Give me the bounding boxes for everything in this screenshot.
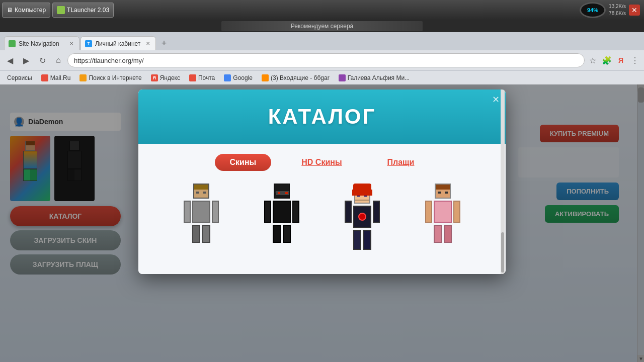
skin-figure-gray [179,184,224,264]
tab-bar: Site Navigation ✕ T Личный кабинет ✕ + [0,32,644,50]
net-down: 13,2K/s [609,3,626,10]
bookmark-services-label: Сервисы [7,74,32,81]
skin-item-pink[interactable] [408,184,478,264]
black-head [274,184,290,199]
naruto-leg-left [353,230,361,250]
main-content: Личный кабинет 👤 DiaDemon [0,84,644,362]
yandex-bookmark-icon: Я [151,74,158,81]
pink-arm-left [425,201,432,223]
gray-leg-right [202,225,210,243]
bookmark-galieva[interactable]: Галиева Альфия Ми... [336,73,413,82]
taskbar-computer-label: Компьютер [15,7,46,14]
tab2-close[interactable]: ✕ [144,40,151,47]
skin-black-art [259,184,304,264]
tab1-close[interactable]: ✕ [68,40,75,47]
yandex-icon[interactable]: Я [615,54,627,66]
extensions-icon[interactable]: 🧩 [601,54,613,66]
skin-item-black[interactable] [247,184,317,264]
skin-grid [148,184,496,264]
naruto-arm-left [345,201,352,223]
tab2-label: Личный кабинет [95,40,140,47]
skin-figure-pink [420,184,465,264]
pink-hair [436,185,450,190]
tab-site-navigation[interactable]: Site Navigation ✕ [4,36,79,50]
naruto-seal [358,213,366,221]
menu-icon[interactable]: ⋮ [629,54,641,66]
naruto-body [353,206,371,228]
modal-header: КАТАЛОГ ✕ [138,89,506,144]
skin-figure-black [259,184,304,264]
computer-icon: 🖥 [7,7,13,14]
rec-bar: Рекомендуем серверá [0,20,644,32]
black-leg-right [283,225,291,243]
tab-hd-skins[interactable]: HD Скины [286,154,357,171]
pink-eye-right [445,192,448,194]
black-eyes-area [276,191,289,195]
tab2-favicon: T [85,40,92,47]
gray-arm-left [184,201,191,223]
gray-eye-right [203,192,206,194]
gray-arm-right [212,201,219,223]
home-button[interactable]: ⌂ [51,53,65,67]
mail-icon [189,74,196,81]
forward-button[interactable]: ▶ [19,53,33,67]
naruto-leg-right [363,230,371,250]
bookmark-inbox[interactable]: (3) Входящие - ббgar [259,73,333,82]
bookmark-galieva-label: Галиева Альфия Ми... [348,74,410,81]
black-arm-left [264,201,271,223]
modal-scrollbar-thumb[interactable] [501,232,504,273]
cpu-indicator: 94% [580,2,606,18]
taskbar-computer[interactable]: 🖥 Компьютер [2,3,50,18]
tab1-label: Site Navigation [19,40,59,47]
tab-skins[interactable]: Скины [215,154,272,171]
bookmark-yandex[interactable]: Я Яндекс [148,73,183,82]
pink-leg-left [434,225,442,243]
search-bookmark-icon [79,74,87,81]
black-leg-left [273,225,281,243]
gray-hair [194,185,208,190]
pink-body [434,201,452,223]
skin-item-naruto[interactable] [327,184,397,264]
new-tab-button[interactable]: + [157,36,171,50]
reload-button[interactable]: ↻ [35,53,49,67]
network-stats: 13,2K/s 78,6K/s [609,3,626,17]
taskbar-close-button[interactable]: ✕ [629,5,640,16]
mailru-icon [41,74,48,81]
inbox-icon [262,74,269,81]
back-button[interactable]: ◀ [3,53,17,67]
black-eye-right [285,192,288,194]
bookmark-mail-label: Почта [198,74,215,81]
gray-body [192,201,210,223]
address-input[interactable] [67,53,585,67]
skin-gray-art [179,184,224,264]
modal-scrollbar[interactable] [501,89,505,274]
bookmark-search[interactable]: Поиск в Интернете [76,73,144,82]
taskbar: 🖥 Компьютер TLauncher 2.03 94% 13,2K/s 7… [0,0,644,20]
address-icons: ☆ 🧩 Я ⋮ [587,54,641,66]
naruto-hair-sides [352,190,372,196]
bookmark-search-label: Поиск в Интернете [89,74,141,81]
bookmark-mail[interactable]: Почта [186,73,218,82]
bookmark-services[interactable]: Сервисы [4,73,35,82]
gray-eye-left [196,192,199,194]
naruto-whisker1 [355,200,369,201]
bookmark-mailru-label: Mail.Ru [50,74,71,81]
skin-item-gray[interactable] [166,184,236,264]
modal-close-button[interactable]: ✕ [490,94,502,106]
bookmark-star-icon[interactable]: ☆ [587,54,599,66]
cpu-percent: 94% [587,7,598,13]
bookmarks-bar: Сервисы Mail.Ru Поиск в Интернете Я Янде… [0,70,644,84]
galieva-icon [339,74,346,81]
black-arm-right [292,201,299,223]
tab-capes[interactable]: Плащи [372,154,430,171]
skin-figure-naruto [340,184,385,264]
tab-personal-cabinet[interactable]: T Личный кабинет ✕ [80,36,156,50]
bookmark-mailru[interactable]: Mail.Ru [38,73,74,82]
modal-body: Скины HD Скины Плащи [138,144,506,274]
rec-bar-text: Рекомендуем серверá [291,23,354,30]
bookmark-google[interactable]: Google [221,73,256,82]
taskbar-tlauncher[interactable]: TLauncher 2.03 [52,3,114,18]
modal-overlay: КАТАЛОГ ✕ Скины HD Скины Плащи [0,84,644,362]
tab1-favicon [9,40,16,47]
catalog-tabs: Скины HD Скины Плащи [148,154,496,171]
